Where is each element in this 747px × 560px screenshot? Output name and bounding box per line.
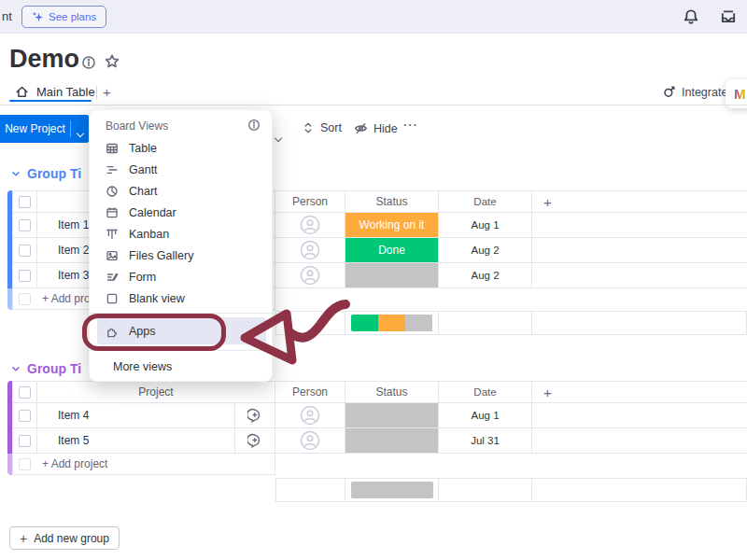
row-checkbox[interactable] [12,403,37,427]
summary-person-cell [276,312,345,334]
status-chip[interactable]: Done [345,238,438,262]
status-chip[interactable] [345,403,438,427]
person-cell[interactable] [275,263,345,287]
status-column-header[interactable]: Status [345,191,439,212]
favorite-star-icon[interactable] [104,53,120,74]
new-project-button[interactable]: New Project [0,115,90,143]
group1-collapse-chevron-icon[interactable] [12,168,20,175]
kanban-icon [106,228,119,241]
row-checkbox[interactable] [12,263,37,287]
row-checkbox [19,293,31,305]
summary-person-cell [276,479,345,501]
menu-item-label: Table [129,142,157,155]
date-cell[interactable]: Aug 1 [439,403,532,427]
menu-item-label: Form [129,271,156,284]
person-cell[interactable] [275,213,345,237]
date-cell[interactable]: Aug 2 [439,263,532,287]
summary-empty-cell [532,479,746,501]
menu-item-gantt[interactable]: Gantt [97,159,266,180]
item-name-cell[interactable]: Item 5 [37,428,235,453]
date-cell[interactable]: Aug 1 [439,213,532,237]
group2-summary-row [275,478,747,502]
table-icon [106,142,119,155]
person-cell[interactable] [275,238,345,262]
date-cell[interactable]: Aug 2 [439,238,532,262]
person-column-header[interactable]: Person [275,191,345,212]
table-row: Item 4 Aug 1 [12,403,747,428]
menu-item-blank-view[interactable]: Blank view [97,287,266,309]
menu-item-more-views[interactable]: More views [97,355,266,379]
tab-main-table[interactable]: Main Table [15,85,95,99]
chat-add-icon[interactable] [235,403,275,427]
add-column-button[interactable]: + [532,382,747,402]
date-column-header[interactable]: Date [439,382,532,402]
person-cell[interactable] [275,403,345,427]
item-name-cell[interactable]: Item 4 [37,403,235,427]
app-screen: nt See plans Demo Main Table + Integrate… [0,0,747,560]
add-view-tab-button[interactable]: + [103,84,111,100]
integrate-icon [662,85,676,99]
menu-divider [90,313,274,314]
status-cell: Done [345,238,439,262]
person-cell[interactable] [275,428,345,453]
select-all-checkbox[interactable] [12,191,37,212]
empty-cell[interactable] [532,263,747,287]
menu-item-table[interactable]: Table [97,137,266,159]
menu-item-kanban[interactable]: Kanban [97,223,266,245]
top-bar: nt See plans [0,0,747,34]
hide-button[interactable]: Hide [354,121,398,135]
see-plans-button[interactable]: See plans [21,6,106,28]
status-chip[interactable] [345,428,438,453]
chat-add-icon[interactable] [235,428,275,453]
menu-item-calendar[interactable]: Calendar [97,202,266,223]
status-cell: Working on it [345,213,439,237]
hide-label: Hide [374,122,398,135]
person-column-header[interactable]: Person [275,382,345,402]
row-checkbox[interactable] [12,238,37,262]
empty-cell[interactable] [532,428,747,453]
menu-item-label: More views [113,360,172,373]
add-new-group-button[interactable]: + Add new group [9,526,120,550]
group2-add-project-row[interactable]: + Add project [12,454,275,475]
group2-table: Project Person Status Date + Item 4 Aug … [12,381,747,454]
board-views-menu: Board Views Table Gantt Chart Calendar K… [89,109,273,382]
integrate-button[interactable]: Integrate [662,85,727,99]
menu-item-apps[interactable]: Apps [97,317,266,344]
collapsed-control-chevron-icon[interactable] [275,124,281,145]
status-chip[interactable]: Working on it [345,213,438,237]
row-checkbox[interactable] [12,213,37,237]
notifications-bell-icon[interactable] [683,8,699,25]
add-column-button[interactable]: + [532,191,747,212]
new-project-label: New Project [0,122,70,135]
status-summary-bar [351,482,433,498]
info-icon[interactable] [81,55,96,74]
board-views-menu-title: Board Views [106,119,168,133]
group2-title[interactable]: Group Ti [13,361,81,376]
status-column-header[interactable]: Status [345,382,439,402]
truncated-text: nt [2,9,12,23]
summary-date-cell [439,312,532,334]
group2-collapse-chevron-icon[interactable] [12,363,20,371]
date-column-header[interactable]: Date [439,191,532,212]
plus-icon: + [20,531,27,546]
menu-item-form[interactable]: Form [97,266,266,287]
info-icon[interactable] [247,119,261,135]
sort-button[interactable]: Sort [302,121,342,134]
select-all-checkbox[interactable] [12,382,37,402]
group1-title[interactable]: Group Ti [13,166,81,181]
new-project-dropdown-chevron[interactable] [71,122,90,136]
project-column-header[interactable]: Project [37,382,275,402]
status-cell [345,428,439,453]
empty-cell[interactable] [532,238,747,262]
inbox-tray-icon[interactable] [720,8,737,25]
empty-cell[interactable] [532,403,747,427]
more-options-button[interactable]: ⋯ [402,116,418,133]
summary-date-cell [439,479,532,501]
menu-item-files-gallery[interactable]: Files Gallery [97,245,266,266]
status-chip[interactable] [345,263,438,287]
menu-item-label: Gantt [129,163,158,176]
date-cell[interactable]: Jul 31 [439,428,532,453]
menu-item-chart[interactable]: Chart [97,180,266,202]
row-checkbox[interactable] [12,428,37,453]
empty-cell[interactable] [532,213,747,237]
